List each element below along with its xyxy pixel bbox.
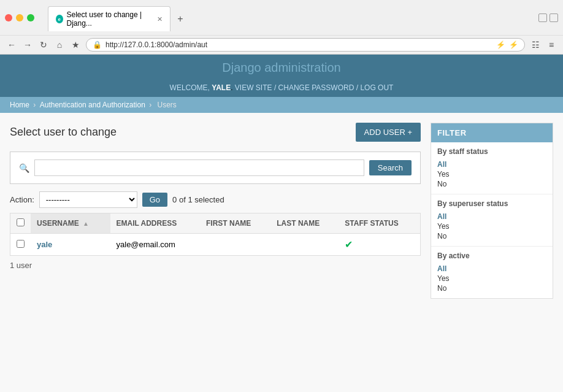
tab-close-btn[interactable]: ✕ [157,15,163,23]
django-nav: WELCOME, YALE. VIEW SITE / CHANGE PASSWO… [0,81,563,97]
username: YALE [212,83,231,92]
maximize-window-btn[interactable] [27,14,34,21]
username-link[interactable]: yale [37,240,52,249]
sidebar-filter: FILTER By staff statusAllYesNoBy superus… [431,123,553,299]
breadcrumb-sep1: › [33,101,37,109]
filter-section: By staff statusAllYesNo [431,142,553,194]
home-btn[interactable]: ⌂ [53,38,66,52]
row-checkbox-cell [10,234,31,256]
view-site-link[interactable]: VIEW SITE [235,83,272,92]
search-icon: 🔍 [19,163,29,173]
fullscreen-btn[interactable] [550,13,558,22]
boost-icon: ⚡ [509,40,518,49]
welcome-text: WELCOME, [170,83,210,92]
username-col-header[interactable]: USERNAME ▲ [31,213,110,234]
lastname-col-header[interactable]: LAST NAME [270,213,339,234]
site-title: Django administration [0,61,563,75]
table-body: yale yale@email.com ✔ [10,234,421,256]
tab-favicon: e [56,15,63,23]
menu-icon[interactable]: ≡ [545,38,558,52]
select-all-checkbox[interactable] [17,218,25,226]
minimize-window-btn[interactable] [16,14,23,21]
browser-titlebar: e Select user to change | Djang... ✕ + [0,0,563,35]
filter-section-title: By superuser status [437,199,546,208]
email-col-header[interactable]: EMAIL ADDRESS [110,213,201,234]
search-bar: 🔍 Search [10,152,421,184]
browser-controls: ← → ↻ ⌂ ★ [5,38,82,52]
new-tab-btn[interactable]: + [173,12,188,26]
breadcrumb-sep2: › [149,101,153,109]
email-col-label: EMAIL ADDRESS [117,219,177,228]
tab-bar: e Select user to change | Djang... ✕ + [43,4,530,31]
forward-btn[interactable]: → [21,38,34,52]
filter-link[interactable]: Yes [437,169,546,179]
log-out-link[interactable]: LOG OUT [360,83,393,92]
breadcrumb-current: Users [158,101,177,109]
filter-link[interactable]: All [437,212,546,221]
select-all-header [10,213,31,234]
search-button[interactable]: Search [369,160,412,175]
selected-count: 0 of 1 selected [172,195,224,204]
url-input[interactable] [105,40,492,49]
add-user-button[interactable]: ADD USER + [356,123,421,142]
filter-section: By superuser statusAllYesNo [431,194,553,247]
filter-section-title: By staff status [437,147,546,156]
extensions-icon[interactable]: ☷ [529,38,542,52]
browser-chrome: e Select user to change | Djang... ✕ + ←… [0,0,563,55]
filter-link[interactable]: No [437,179,546,189]
users-table: USERNAME ▲ EMAIL ADDRESS FIRST NAME LAST… [10,213,421,256]
user-count: 1 user [10,261,421,270]
firstname-col-label: FIRST NAME [206,219,251,228]
row-username: yale [31,234,110,256]
sep2: / [356,83,358,92]
search-input[interactable] [34,159,364,176]
address-bar[interactable]: 🔒 ⚡ ⚡ [86,38,525,52]
sort-arrow-icon: ▲ [83,220,89,227]
address-bar-row: ← → ↻ ⌂ ★ 🔒 ⚡ ⚡ ☷ ≡ [0,35,563,54]
firstname-col-header[interactable]: FIRST NAME [200,213,270,234]
filter-link[interactable]: All [437,159,546,169]
back-btn[interactable]: ← [5,38,18,52]
tab-title: Select user to change | Djang... [67,10,151,28]
main-content: Select user to change ADD USER + 🔍 Searc… [10,123,421,299]
staffstatus-col-header[interactable]: STAFF STATUS [339,213,420,234]
refresh-icon: ⚡ [496,40,505,49]
table-header: USERNAME ▲ EMAIL ADDRESS FIRST NAME LAST… [10,213,421,234]
row-checkbox[interactable] [17,240,25,248]
breadcrumb: Home › Authentication and Authorization … [0,97,563,113]
filter-link[interactable]: Yes [437,221,546,231]
filter-sections: By staff statusAllYesNoBy superuser stat… [431,142,553,298]
filter-section: By activeAllYesNo [431,247,553,298]
star-btn[interactable]: ★ [69,38,82,52]
reload-btn[interactable]: ↻ [37,38,50,52]
sep1: / [274,83,276,92]
security-icon: 🔒 [93,40,102,49]
row-lastname [270,234,339,256]
breadcrumb-auth[interactable]: Authentication and Authorization [40,101,145,109]
action-label: Action: [10,195,34,204]
breadcrumb-home[interactable]: Home [10,101,29,109]
filter-section-title: By active [437,252,546,260]
row-firstname [200,234,270,256]
filter-box: FILTER By staff statusAllYesNoBy superus… [431,123,553,299]
content-area: Select user to change ADD USER + 🔍 Searc… [0,113,563,309]
row-staff-status: ✔ [339,234,420,256]
filter-link[interactable]: No [437,231,546,241]
active-tab[interactable]: e Select user to change | Djang... ✕ [48,6,170,31]
restore-btn[interactable] [538,13,547,22]
filter-header: FILTER [431,123,553,142]
close-window-btn[interactable] [5,14,12,21]
filter-link[interactable]: All [437,264,546,274]
staff-status-icon: ✔ [345,239,353,250]
action-bar: Action: --------- Delete selected users … [10,191,421,208]
table-row: yale yale@email.com ✔ [10,234,421,256]
filter-link[interactable]: No [437,283,546,293]
change-password-link[interactable]: CHANGE PASSWORD [278,83,354,92]
toolbar-icons: ☷ ≡ [529,38,558,52]
go-button[interactable]: Go [142,193,167,207]
username-col-label: USERNAME [37,219,79,228]
django-header: Django administration [0,55,563,81]
filter-link[interactable]: Yes [437,274,546,283]
staffstatus-col-label: STAFF STATUS [345,219,398,228]
action-select[interactable]: --------- Delete selected users [39,191,137,208]
